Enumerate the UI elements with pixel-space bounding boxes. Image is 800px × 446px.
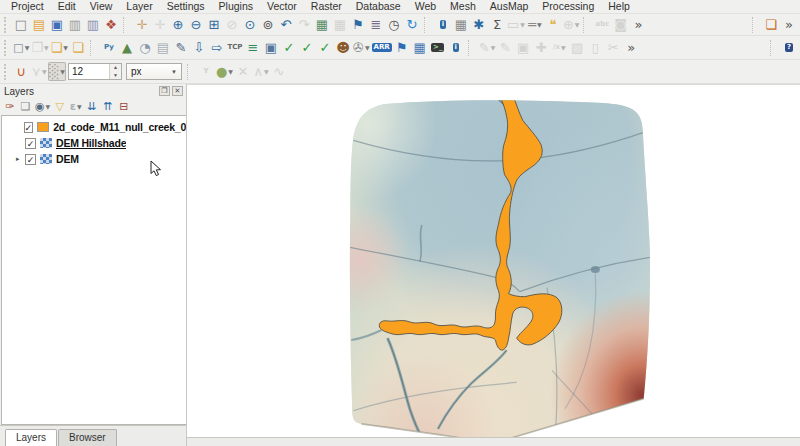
panel-tab-browser[interactable]: Browser (58, 429, 117, 446)
map-canvas[interactable] (187, 84, 800, 437)
digitizing-plugin-button[interactable]: ✎ (172, 38, 190, 57)
manage-themes-button[interactable]: ◉▼ (34, 99, 51, 114)
log-messages-button[interactable]: ▤ (154, 38, 172, 57)
add-group-button[interactable]: ❏ (18, 99, 33, 114)
new-print-layout-button[interactable]: ▥ (66, 15, 84, 34)
menu-settings[interactable]: Settings (160, 0, 212, 13)
topology-checker-button[interactable]: ✓ (298, 38, 316, 57)
save-project-button[interactable]: ▣ (48, 15, 66, 34)
collapse-all-button[interactable]: ⇈ (100, 99, 115, 114)
menu-web[interactable]: Web (408, 0, 443, 13)
temporal-controller-button[interactable]: ◷ (385, 15, 403, 34)
layer-name[interactable]: 2d_code_M11_null_creek_002_R (53, 121, 186, 133)
dropdown-arrow-icon[interactable]: ▼ (575, 21, 580, 28)
arr-plugin-button[interactable]: ARR (371, 38, 393, 57)
download-layer-button[interactable]: ⇩ (190, 38, 208, 57)
field-calculator-button[interactable]: ✱ (470, 15, 488, 34)
snap-on-intersection-button[interactable]: ●▼ (215, 62, 234, 81)
menu-database[interactable]: Database (349, 0, 408, 13)
filter-expression-button[interactable]: ε▼ (68, 99, 83, 114)
dropdown-arrow-icon[interactable]: ▼ (264, 68, 269, 75)
layer-stack-button[interactable]: ≡ (244, 38, 262, 57)
grid-plugin-button[interactable]: ▦ (411, 38, 429, 57)
zoom-to-layer-button[interactable]: ⊙ (241, 15, 259, 34)
geometry-checker-button[interactable]: ✓ (280, 38, 298, 57)
expand-all-button[interactable]: ⇊ (84, 99, 99, 114)
open-project-button[interactable]: ▤ (30, 15, 48, 34)
help-button[interactable]: ? (780, 38, 798, 57)
identify-features-button[interactable]: i (434, 15, 452, 34)
new-bookmark-button[interactable]: ⚑ (349, 15, 367, 34)
layer-visibility-checkbox[interactable]: ✓ (24, 122, 34, 133)
close-panel-button[interactable]: ✕ (172, 86, 183, 96)
dropdown-arrow-icon[interactable]: ▼ (46, 103, 51, 110)
layer-row[interactable]: ✓DEM Hillshade (2, 135, 186, 151)
menu-processing[interactable]: Processing (535, 0, 601, 13)
identify-plugin-button[interactable]: i (447, 38, 465, 57)
processing-history-button[interactable]: ◔ (136, 38, 154, 57)
zoom-full-button[interactable]: ⊞ (205, 15, 223, 34)
layer-styling-button[interactable]: ✑ (2, 99, 17, 114)
menu-project[interactable]: Project (4, 0, 51, 13)
pan-map-button[interactable]: ✛ (133, 15, 151, 34)
dropdown-arrow-icon[interactable]: ▼ (561, 44, 566, 51)
layer-row[interactable]: ✓2d_code_M11_null_creek_002_R (2, 119, 186, 135)
snapping-toggle-button[interactable]: ∪ (12, 62, 30, 81)
float-panel-button[interactable]: ❐ (159, 86, 170, 96)
plugin-animal-button[interactable]: ☻ (334, 38, 352, 57)
spinbox-stepper[interactable]: ▲ ▼ (109, 64, 121, 79)
toolbar-extension-button[interactable]: » (629, 15, 647, 34)
panel-tab-layers[interactable]: Layers (5, 429, 57, 446)
show-bookmarks-button[interactable]: ≣ (367, 15, 385, 34)
layer-name[interactable]: DEM (56, 153, 79, 165)
menu-raster[interactable]: Raster (304, 0, 349, 13)
attribute-table-button[interactable]: ▦ (452, 15, 470, 34)
console-plugin-button[interactable]: >_ (429, 38, 447, 57)
dropdown-arrow-icon[interactable]: ▼ (44, 44, 49, 51)
select-features-button[interactable]: ◻▼ (12, 38, 30, 57)
zoom-in-button[interactable]: ⊕ (169, 15, 187, 34)
terrain-analysis-button[interactable]: ▲ (118, 38, 136, 57)
dropdown-arrow-icon[interactable]: ▼ (42, 68, 47, 75)
menu-view[interactable]: View (83, 0, 120, 13)
select-by-value-button[interactable]: ❏▼ (50, 38, 69, 57)
menu-help[interactable]: Help (601, 0, 637, 13)
expander-icon[interactable]: ▸ (16, 155, 25, 163)
menu-edit[interactable]: Edit (51, 0, 83, 13)
toolbar-extension-button-2[interactable]: » (780, 15, 798, 34)
measure-button[interactable]: ═▼ (526, 15, 544, 34)
filter-legend-button[interactable]: ▽ (52, 99, 67, 114)
menu-mesh[interactable]: Mesh (443, 0, 483, 13)
flag-plugin-button[interactable]: ⚑ (393, 38, 411, 57)
attachments-button[interactable]: ✇▼ (352, 38, 371, 57)
snapping-tolerance-input[interactable] (69, 64, 109, 79)
zoom-last-button[interactable]: ↶ (277, 15, 295, 34)
style-manager-button[interactable]: ❖ (102, 15, 120, 34)
check-validity-button[interactable]: ✓ (316, 38, 334, 57)
data-source-manager-button[interactable]: ❏ (762, 15, 780, 34)
new-project-button[interactable]: □ (12, 15, 30, 34)
spin-up-icon[interactable]: ▲ (110, 64, 121, 72)
dropdown-arrow-icon[interactable]: ▼ (60, 68, 65, 75)
menu-layer[interactable]: Layer (119, 0, 159, 13)
layer-name[interactable]: DEM Hillshade (56, 137, 126, 149)
map-export-button[interactable]: ▣ (262, 38, 280, 57)
zoom-native-button[interactable]: ⊚ (259, 15, 277, 34)
select-by-location-button[interactable]: ❏ (69, 38, 87, 57)
spin-down-icon[interactable]: ▼ (110, 72, 121, 80)
snapping-unit-select[interactable]: px ▼ (126, 63, 182, 80)
dropdown-arrow-icon[interactable]: ▼ (77, 103, 82, 110)
toolbar-extension-button-3[interactable]: » (622, 38, 640, 57)
new-map-view-button[interactable]: ▦ (313, 15, 331, 34)
layout-manager-button[interactable]: ▥ (84, 15, 102, 34)
menu-vector[interactable]: Vector (260, 0, 304, 13)
dropdown-arrow-icon[interactable]: ▼ (63, 44, 68, 51)
refresh-button[interactable]: ↻ (403, 15, 421, 34)
layer-visibility-checkbox[interactable]: ✓ (25, 138, 36, 149)
map-tips-button[interactable]: ❝ (544, 15, 562, 34)
dropdown-arrow-icon[interactable]: ▼ (491, 44, 496, 51)
snapping-type-button[interactable]: ░▼ (48, 62, 66, 81)
dropdown-arrow-icon[interactable]: ▼ (365, 44, 370, 51)
dropdown-arrow-icon[interactable]: ▼ (537, 21, 542, 28)
menu-ausmap[interactable]: AusMap (483, 0, 536, 13)
